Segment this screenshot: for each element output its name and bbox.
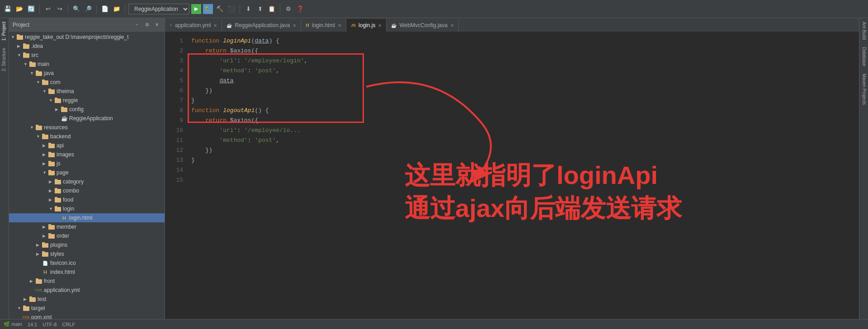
tree-item-category[interactable]: ▶category <box>9 177 165 186</box>
right-panel-maven[interactable]: Maven Projects <box>859 70 868 108</box>
status-branch: 🌿 main <box>4 321 22 327</box>
tree-item-food[interactable]: ▶food <box>9 195 165 204</box>
build-button[interactable]: 🔨 <box>215 4 225 14</box>
tree-arrow: ▼ <box>30 71 35 75</box>
tree-item-java[interactable]: ▼java <box>9 69 165 78</box>
tab-reggie_app[interactable]: ☕ReggieApplication.java✕ <box>222 19 301 32</box>
tab-close-login_js[interactable]: ✕ <box>378 23 382 28</box>
tree-item-order[interactable]: ▶order <box>9 231 165 240</box>
code-content[interactable]: function loginApi(data) { return $axios(… <box>188 33 859 319</box>
tab-application_yml[interactable]: Yapplication.yml✕ <box>165 19 222 32</box>
project-panel: Project − ⚙ ✕ ▼reggie_take_out D:\mavenp… <box>9 18 165 319</box>
tree-item-root[interactable]: ▼reggie_take_out D:\mavenprojects\reggie… <box>9 33 165 42</box>
tree-item-itheima[interactable]: ▼itheima <box>9 87 165 96</box>
tree-item-combo[interactable]: ▶combo <box>9 186 165 195</box>
settings-btn[interactable]: ⚙ <box>283 4 293 14</box>
tab-close-application_yml[interactable]: ✕ <box>213 23 217 28</box>
tree-item-resources[interactable]: ▼resources <box>9 123 165 132</box>
panel-label-project[interactable]: 1: Project <box>0 18 9 44</box>
tree-item-main[interactable]: ▼main <box>9 60 165 69</box>
tree-icon-folder <box>42 133 49 140</box>
tree-item-js[interactable]: ▶js <box>9 159 165 168</box>
stop-button[interactable]: ⬛ <box>226 4 236 14</box>
tree-item-app_yml[interactable]: YMLapplication.yml <box>9 286 165 295</box>
tab-login_html[interactable]: Hlogin.html✕ <box>301 19 346 32</box>
tab-close-webmvc[interactable]: ✕ <box>450 23 454 28</box>
tree-item-test[interactable]: ▶test <box>9 295 165 304</box>
right-panel-ant[interactable]: Ant Build <box>859 18 868 43</box>
tree-settings-btn[interactable]: ⚙ <box>143 21 151 29</box>
project-tree: ▼reggie_take_out D:\mavenprojects\reggie… <box>9 32 165 319</box>
tree-item-target[interactable]: ▼target <box>9 304 165 313</box>
sep1 <box>39 5 40 14</box>
tree-icon-folder <box>16 33 24 41</box>
tab-login_js[interactable]: JSlogin.js✕ <box>346 19 387 32</box>
git-update-btn[interactable]: ⬇ <box>243 4 253 14</box>
tree-close-btn[interactable]: ✕ <box>153 21 161 29</box>
run-configuration-dropdown[interactable]: ReggieApplication <box>128 4 189 14</box>
tree-item-com[interactable]: ▼com <box>9 78 165 87</box>
code-line-14: } <box>188 155 859 165</box>
tree-arrow: ▶ <box>49 188 54 193</box>
tab-close-login_html[interactable]: ✕ <box>338 23 341 28</box>
tree-item-styles[interactable]: ▶styles <box>9 249 165 258</box>
tree-item-member[interactable]: ▶member <box>9 222 165 231</box>
tree-item-images[interactable]: ▶images <box>9 150 165 159</box>
tab-close-reggie_app[interactable]: ✕ <box>292 23 296 28</box>
run-button[interactable]: ▶ <box>191 4 201 14</box>
code-editor[interactable]: 123456789101112131415 function loginApi(… <box>165 33 859 319</box>
tree-icon-folder <box>48 232 55 240</box>
line-number: 10 <box>165 126 183 136</box>
undo-btn[interactable]: ↩ <box>43 4 53 14</box>
redo-btn[interactable]: ↪ <box>55 4 65 14</box>
tree-item-reggie[interactable]: ▼reggie <box>9 96 165 105</box>
tree-item-api[interactable]: ▶api <box>9 141 165 150</box>
tree-item-page[interactable]: ▼page <box>9 168 165 177</box>
replace-btn[interactable]: 🔎 <box>83 4 93 14</box>
right-panel-db[interactable]: Database <box>859 43 868 70</box>
svg-rect-43 <box>42 242 45 244</box>
tree-collapse-btn[interactable]: − <box>133 21 141 29</box>
tree-item-pom[interactable]: XMLpom.xml <box>9 313 165 319</box>
svg-rect-47 <box>36 278 38 280</box>
debug-button[interactable]: 🐛 <box>203 4 213 14</box>
svg-rect-17 <box>61 107 64 108</box>
tab-label: login.html <box>312 22 335 28</box>
find-btn[interactable]: 🔍 <box>71 4 81 14</box>
save-btn[interactable]: 💾 <box>3 4 13 14</box>
tree-item-index_html[interactable]: Hindex.html <box>9 268 165 277</box>
tree-label: combo <box>63 188 79 194</box>
svg-rect-7 <box>29 61 32 63</box>
tree-item-idea[interactable]: ▶.idea <box>9 42 165 51</box>
svg-rect-9 <box>36 70 38 72</box>
tree-item-login[interactable]: ▼login <box>9 204 165 213</box>
tab-webmvc[interactable]: ☕WebMvcConfig.java✕ <box>387 19 459 32</box>
tree-item-config[interactable]: ▶config <box>9 105 165 114</box>
new-folder-btn[interactable]: 📁 <box>112 4 122 14</box>
tree-item-plugins[interactable]: ▶plugins <box>9 240 165 249</box>
tree-label: js <box>57 160 61 167</box>
help-btn[interactable]: ❓ <box>295 4 305 14</box>
svg-rect-29 <box>48 170 51 172</box>
git-history-btn[interactable]: 📋 <box>267 4 277 14</box>
tree-arrow: ▶ <box>49 197 54 202</box>
panel-label-structure[interactable]: 2: Structure <box>0 44 9 75</box>
left-panel-labels: 1: Project 2: Structure <box>0 18 9 319</box>
tree-item-src[interactable]: ▼src <box>9 51 165 60</box>
svg-rect-45 <box>42 251 45 253</box>
code-line-6: }) <box>188 86 859 96</box>
git-push-btn[interactable]: ⬆ <box>255 4 265 14</box>
tree-icon-folder <box>54 196 61 203</box>
open-btn[interactable]: 📂 <box>14 4 24 14</box>
line-number: 15 <box>165 175 183 185</box>
tree-arrow: ▶ <box>42 161 48 166</box>
tree-item-login_html_file[interactable]: Hlogin.html <box>9 213 165 222</box>
new-file-btn[interactable]: 📄 <box>100 4 110 14</box>
tree-item-favicon[interactable]: 📄favicon.ico <box>9 258 165 268</box>
tree-item-backend[interactable]: ▼backend <box>9 132 165 141</box>
tree-label: pom.xml <box>31 314 52 319</box>
tree-item-reggieapp[interactable]: ☕ReggieApplication <box>9 114 165 123</box>
svg-rect-21 <box>42 134 45 136</box>
tree-item-front[interactable]: ▶front <box>9 277 165 286</box>
sync-btn[interactable]: 🔄 <box>26 4 36 14</box>
